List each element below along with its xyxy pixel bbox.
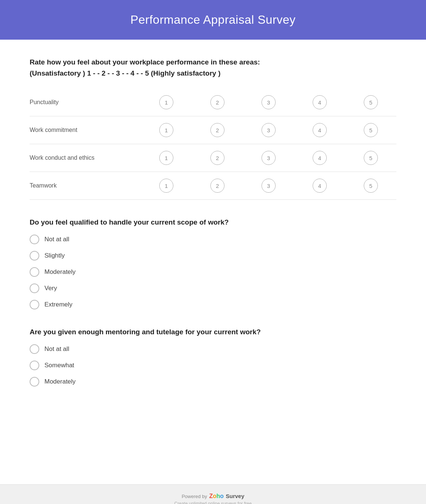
rating-section: Rate how you feel about your workplace p… [30, 58, 396, 200]
rating-cell: 5 [345, 172, 396, 200]
mentoring-section: Are you given enough mentoring and tutel… [30, 328, 396, 387]
page-header: Performance Appraisal Survey [0, 0, 426, 40]
rating-option-1[interactable]: 1 [159, 151, 173, 165]
table-row: Work conduct and ethics12345 [30, 144, 396, 172]
rating-option-3[interactable]: 3 [262, 123, 276, 137]
rating-option-2[interactable]: 2 [210, 179, 224, 193]
rating-cell: 4 [294, 172, 345, 200]
radio-option[interactable]: Somewhat [30, 361, 396, 370]
radio-button[interactable] [30, 284, 39, 293]
rating-option-3[interactable]: 3 [262, 95, 276, 109]
rating-section-subtitle: (Unsatisfactory ) 1 - - 2 - - 3 - - 4 - … [30, 69, 396, 77]
rating-cell: 2 [192, 116, 243, 144]
rating-option-2[interactable]: 2 [210, 151, 224, 165]
rating-cell: 4 [294, 89, 345, 116]
rating-option-4[interactable]: 4 [313, 179, 327, 193]
rating-option-2[interactable]: 2 [210, 95, 224, 109]
rating-option-1[interactable]: 1 [159, 123, 173, 137]
rating-cell: 5 [345, 144, 396, 172]
radio-option[interactable]: Very [30, 284, 396, 293]
rating-option-1[interactable]: 1 [159, 95, 173, 109]
radio-label: Somewhat [44, 362, 74, 369]
row-label: Teamwork [30, 172, 141, 200]
footer-powered-by: Powered by Zoho Survey [8, 493, 418, 500]
rating-option-3[interactable]: 3 [262, 151, 276, 165]
zoho-logo: Zoho [209, 493, 224, 500]
row-label: Work commitment [30, 116, 141, 144]
rating-option-5[interactable]: 5 [364, 151, 378, 165]
rating-cell: 3 [243, 144, 294, 172]
radio-button[interactable] [30, 235, 39, 244]
qualified-question: Do you feel qualified to handle your cur… [30, 218, 396, 226]
rating-cell: 2 [192, 172, 243, 200]
rating-option-5[interactable]: 5 [364, 95, 378, 109]
qualified-section: Do you feel qualified to handle your cur… [30, 218, 396, 309]
rating-option-4[interactable]: 4 [313, 151, 327, 165]
qualified-options-group: Not at allSlightlyModeratelyVeryExtremel… [30, 235, 396, 309]
rating-cell: 1 [141, 116, 192, 144]
rating-cell: 3 [243, 172, 294, 200]
radio-label: Slightly [44, 252, 65, 259]
rating-cell: 3 [243, 89, 294, 116]
mentoring-options-group: Not at allSomewhatModerately [30, 344, 396, 387]
main-content: Rate how you feel about your workplace p… [0, 40, 426, 484]
rating-option-4[interactable]: 4 [313, 95, 327, 109]
rating-cell: 5 [345, 89, 396, 116]
page-title: Performance Appraisal Survey [7, 13, 419, 27]
rating-cell: 1 [141, 172, 192, 200]
table-row: Teamwork12345 [30, 172, 396, 200]
radio-option[interactable]: Not at all [30, 235, 396, 244]
radio-button[interactable] [30, 251, 39, 261]
radio-label: Not at all [44, 236, 69, 243]
rating-cell: 4 [294, 144, 345, 172]
radio-option[interactable]: Moderately [30, 377, 396, 387]
radio-button[interactable] [30, 361, 39, 370]
radio-button[interactable] [30, 344, 39, 354]
rating-cell: 2 [192, 144, 243, 172]
radio-option[interactable]: Extremely [30, 300, 396, 309]
radio-label: Not at all [44, 345, 69, 353]
row-label: Punctuality [30, 89, 141, 116]
radio-button[interactable] [30, 300, 39, 309]
rating-option-4[interactable]: 4 [313, 123, 327, 137]
rating-option-3[interactable]: 3 [262, 179, 276, 193]
rating-cell: 3 [243, 116, 294, 144]
rating-table: Punctuality12345Work commitment12345Work… [30, 89, 396, 200]
rating-cell: 1 [141, 89, 192, 116]
row-label: Work conduct and ethics [30, 144, 141, 172]
rating-option-1[interactable]: 1 [159, 179, 173, 193]
radio-button[interactable] [30, 377, 39, 387]
rating-cell: 1 [141, 144, 192, 172]
rating-option-2[interactable]: 2 [210, 123, 224, 137]
radio-label: Extremely [44, 301, 73, 308]
radio-button[interactable] [30, 267, 39, 277]
rating-cell: 2 [192, 89, 243, 116]
radio-option[interactable]: Moderately [30, 267, 396, 277]
radio-option[interactable]: Slightly [30, 251, 396, 261]
rating-cell: 5 [345, 116, 396, 144]
rating-option-5[interactable]: 5 [364, 179, 378, 193]
rating-section-title: Rate how you feel about your workplace p… [30, 58, 396, 66]
radio-label: Moderately [44, 378, 76, 385]
footer-subtext: Create unlimited online surveys for free [8, 501, 418, 504]
radio-label: Moderately [44, 268, 76, 276]
page-footer: Powered by Zoho Survey Create unlimited … [0, 484, 426, 504]
rating-cell: 4 [294, 116, 345, 144]
table-row: Punctuality12345 [30, 89, 396, 116]
radio-label: Very [44, 285, 57, 292]
rating-option-5[interactable]: 5 [364, 123, 378, 137]
radio-option[interactable]: Not at all [30, 344, 396, 354]
mentoring-question: Are you given enough mentoring and tutel… [30, 328, 396, 336]
table-row: Work commitment12345 [30, 116, 396, 144]
